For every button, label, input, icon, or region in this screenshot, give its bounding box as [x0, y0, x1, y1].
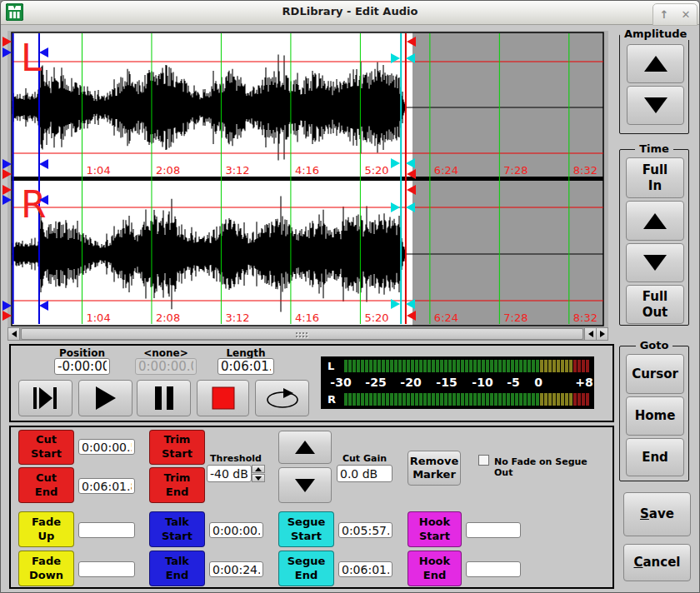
- meter-segment: [398, 393, 402, 406]
- talk-start-button[interactable]: Talk Start: [149, 511, 205, 547]
- trim-start-button[interactable]: Trim Start: [149, 430, 205, 465]
- amplitude-down-button[interactable]: [627, 86, 684, 125]
- meter-segment: [486, 393, 489, 406]
- threshold-up-icon[interactable]: [252, 465, 265, 473]
- scroll-left-icon[interactable]: [8, 328, 20, 340]
- threshold-down-icon[interactable]: [252, 474, 265, 482]
- talk-start-field[interactable]: [209, 522, 263, 538]
- cut-end-button[interactable]: Cut End: [18, 467, 74, 503]
- meter-segment: [486, 360, 489, 372]
- amplitude-up-button[interactable]: [627, 44, 684, 83]
- cut-start-field[interactable]: [78, 439, 135, 455]
- meter-segment: [352, 393, 356, 406]
- time-zoom-out-button[interactable]: [626, 243, 684, 282]
- remove-marker-button[interactable]: Remove Marker: [408, 451, 461, 486]
- loop-icon: [265, 387, 300, 409]
- hook-end-field[interactable]: [466, 561, 521, 577]
- talk-end-field[interactable]: [209, 561, 263, 577]
- meter-segment: [561, 360, 564, 372]
- down-arrow-icon: [644, 97, 668, 113]
- meter-segment: [498, 393, 502, 406]
- meter-segment: [386, 393, 389, 406]
- goto-cursor-button[interactable]: Cursor: [626, 354, 684, 394]
- meter-segment: [357, 393, 360, 406]
- threshold-field[interactable]: [207, 465, 252, 482]
- pause-button[interactable]: [137, 380, 191, 416]
- meter-segment: [361, 360, 364, 372]
- fade-up-button[interactable]: Fade Up: [18, 511, 74, 547]
- meter-segment: [573, 360, 577, 372]
- scroll-right-icon[interactable]: [596, 328, 608, 340]
- meter-segment: [557, 360, 560, 372]
- meter-segment: [394, 360, 398, 372]
- length-field[interactable]: [218, 358, 274, 375]
- gain-down-button[interactable]: [278, 467, 332, 503]
- unmaximize-icon[interactable]: ↑: [656, 7, 672, 22]
- stop-button[interactable]: [197, 380, 249, 416]
- goto-group-title: Goto: [620, 339, 688, 351]
- meter-segment: [382, 360, 385, 372]
- cancel-button[interactable]: Cancel: [623, 544, 691, 581]
- meter-segment: [436, 360, 439, 372]
- gain-up-button[interactable]: [278, 431, 332, 464]
- time-full-in-button[interactable]: Full In: [626, 157, 684, 198]
- up-arrow-icon: [643, 213, 667, 229]
- cut-start-button[interactable]: Cut Start: [18, 430, 74, 465]
- waveform-display[interactable]: 1:041:042:082:083:123:124:164:165:205:20…: [1, 31, 608, 327]
- scrollbar-thumb[interactable]: [21, 328, 583, 340]
- scroll-left-icon-2[interactable]: [584, 328, 596, 340]
- segue-start-button[interactable]: Segue Start: [278, 511, 334, 547]
- cut-gain-field[interactable]: [337, 465, 392, 482]
- meter-segment: [490, 393, 493, 406]
- cut-end-field[interactable]: [78, 478, 135, 494]
- scrollbar-track[interactable]: [20, 328, 584, 340]
- meter-segment: [532, 393, 535, 406]
- trim-end-button[interactable]: Trim End: [149, 467, 205, 503]
- hook-start-field[interactable]: [466, 522, 521, 538]
- meter-segment: [557, 393, 560, 406]
- meter-segment: [365, 360, 368, 372]
- meter-left-row: L: [321, 359, 594, 373]
- hook-end-button[interactable]: Hook End: [408, 551, 462, 586]
- segue-end-button[interactable]: Segue End: [278, 551, 334, 586]
- fade-down-field[interactable]: [78, 561, 135, 577]
- play-from-button[interactable]: [18, 380, 72, 416]
- time-tick-label: 6:24: [434, 311, 458, 324]
- meter-segment: [411, 360, 414, 372]
- meter-segment: [457, 360, 460, 372]
- meter-segment: [432, 393, 435, 406]
- close-icon[interactable]: ✕: [678, 7, 694, 22]
- time-zoom-in-button[interactable]: [626, 201, 684, 241]
- meter-segment: [373, 360, 377, 372]
- time-full-out-button[interactable]: Full Out: [626, 285, 684, 324]
- fade-up-field[interactable]: [78, 522, 135, 538]
- meter-scale-label: -25: [365, 376, 386, 389]
- no-fade-checkbox[interactable]: [478, 455, 489, 466]
- waveform-scrollbar[interactable]: [8, 327, 608, 341]
- meter-segment: [552, 393, 556, 406]
- stop-icon: [212, 386, 235, 410]
- time-tick-label: 8:32: [573, 164, 598, 177]
- play-button[interactable]: [78, 380, 132, 416]
- titlebar[interactable]: RDLibrary - Edit Audio ↑ ✕: [1, 1, 699, 25]
- meter-segment: [402, 360, 406, 372]
- save-button[interactable]: Save: [623, 492, 691, 536]
- window-controls: ↑ ✕: [652, 3, 698, 26]
- position-field[interactable]: [54, 358, 110, 375]
- meter-segment: [482, 393, 485, 406]
- goto-home-button[interactable]: Home: [626, 396, 684, 436]
- segue-start-field[interactable]: [338, 522, 392, 538]
- hook-start-button[interactable]: Hook Start: [408, 511, 462, 547]
- meter-segment: [436, 393, 439, 406]
- time-tick-label: 2:08: [156, 164, 180, 177]
- fade-down-button[interactable]: Fade Down: [18, 551, 74, 586]
- down-arrow-icon: [295, 479, 315, 492]
- meter-segment: [444, 393, 448, 406]
- goto-end-button[interactable]: End: [626, 438, 684, 476]
- meter-segment: [423, 360, 427, 372]
- loop-button[interactable]: [255, 380, 309, 416]
- talk-end-button[interactable]: Talk End: [149, 551, 205, 586]
- segue-end-field[interactable]: [338, 561, 392, 577]
- position-label: Position: [54, 347, 110, 359]
- time-tick-label: 7:28: [503, 164, 528, 177]
